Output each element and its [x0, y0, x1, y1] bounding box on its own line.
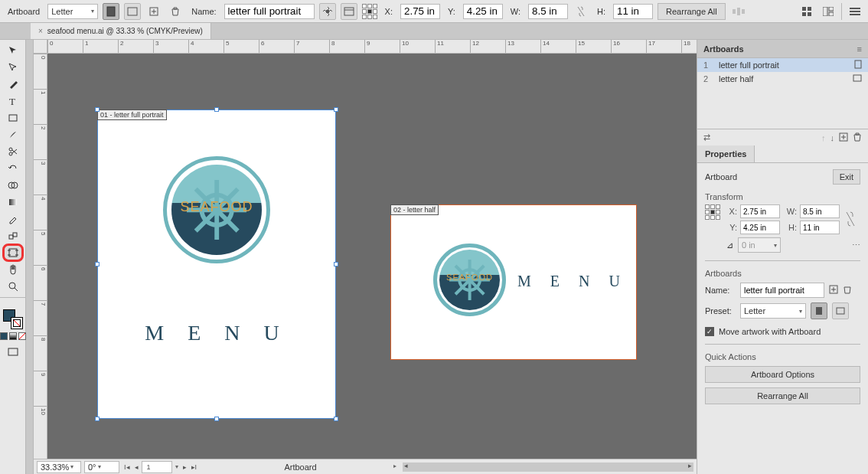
nav-first-icon[interactable]: I◂ — [122, 463, 132, 471]
new-artboard-icon[interactable] — [839, 132, 848, 143]
more-options-icon[interactable]: ⋯ — [852, 240, 860, 250]
direct-selection-tool[interactable] — [4, 60, 22, 75]
y-input[interactable] — [463, 4, 503, 19]
tab-properties[interactable]: Properties — [697, 145, 755, 162]
chevron-down-icon[interactable]: ▾ — [174, 463, 180, 470]
portrait-icon[interactable] — [854, 60, 862, 70]
artboards-panel-header[interactable]: Artboards ≡ — [697, 40, 868, 58]
artboard-list-row[interactable]: 1 letter full portrait — [697, 58, 868, 72]
selection-tool[interactable] — [4, 43, 22, 58]
w-input[interactable] — [528, 4, 568, 19]
orientation-portrait-button[interactable] — [103, 3, 119, 20]
orientation-portrait-button[interactable] — [811, 302, 827, 319]
artboard-tool[interactable] — [4, 245, 22, 260]
delete-artboard-button[interactable] — [167, 3, 184, 20]
handle[interactable] — [334, 417, 338, 421]
rotate-tool[interactable] — [4, 161, 22, 176]
prop-x-input[interactable] — [740, 204, 780, 218]
rectangle-tool[interactable] — [4, 110, 22, 126]
move-up-icon[interactable]: ↑ — [821, 133, 826, 142]
nav-next-icon[interactable]: ▸ — [181, 463, 188, 471]
handle[interactable] — [214, 417, 219, 421]
gradient-tool[interactable] — [4, 195, 22, 210]
handle[interactable] — [334, 262, 338, 266]
trash-icon[interactable] — [853, 132, 862, 143]
panel-menu-icon[interactable] — [847, 3, 863, 20]
color-mode-gradient[interactable] — [9, 332, 17, 340]
paintbrush-tool[interactable] — [4, 127, 22, 142]
scroll-right-icon[interactable]: ▸ — [688, 462, 692, 469]
document-tab[interactable]: × seafood menu.ai @ 33.33 % (CMYK/Previe… — [31, 23, 211, 39]
scroll-left-icon[interactable]: ◂ — [404, 462, 408, 469]
orientation-landscape-button[interactable] — [124, 3, 141, 20]
move-artwork-checkbox[interactable]: ✓ Move artwork with Artboard — [705, 327, 860, 336]
arrange-docs-button[interactable] — [820, 3, 837, 20]
color-mode-none[interactable] — [18, 332, 26, 340]
preset-dropdown[interactable]: Letter ▾ — [47, 4, 98, 19]
h-input[interactable] — [613, 4, 653, 19]
stroke-swatch[interactable] — [11, 317, 23, 329]
artboard-name-input[interactable] — [224, 4, 315, 19]
orientation-landscape-button[interactable] — [832, 302, 849, 319]
rearrange-all-button[interactable]: Rearrange All — [658, 3, 726, 20]
shape-builder-tool[interactable] — [4, 178, 22, 193]
prop-w-input[interactable] — [800, 204, 840, 218]
zoom-tool[interactable] — [4, 279, 22, 294]
scrollbar-horizontal[interactable]: ◂ ▸ — [403, 463, 693, 472]
artboard-number-input[interactable]: 1 — [142, 461, 172, 473]
prop-preset-dropdown[interactable]: Letter▾ — [740, 303, 806, 319]
prop-h-input[interactable] — [800, 221, 840, 234]
rearrange-all-button[interactable]: Rearrange All — [705, 387, 860, 404]
trash-icon[interactable] — [843, 285, 852, 296]
ruler-vertical[interactable]: 012345678910 — [34, 54, 47, 459]
link-wh-toggle[interactable] — [573, 3, 589, 20]
viewport[interactable]: 01 - letter full portrait — [47, 54, 697, 459]
panel-menu-icon[interactable]: ≡ — [857, 44, 862, 54]
artboard-2[interactable]: 02 - letter half SEAFOOD M E N U — [391, 205, 636, 359]
reference-point-grid[interactable] — [705, 204, 720, 220]
hand-tool[interactable] — [4, 262, 22, 277]
handle[interactable] — [214, 107, 219, 112]
artboard-options-button[interactable]: Artboard Options — [705, 366, 860, 383]
prop-name-input[interactable] — [740, 283, 824, 298]
prop-y-input[interactable] — [740, 221, 780, 234]
eyedropper-tool[interactable] — [4, 211, 22, 227]
close-tab-icon[interactable]: × — [38, 27, 43, 35]
color-mode-solid[interactable] — [0, 332, 8, 340]
scissors-tool[interactable] — [4, 144, 22, 159]
reference-point-grid[interactable] — [362, 4, 377, 19]
new-artboard-icon[interactable] — [829, 285, 838, 296]
handle[interactable] — [334, 107, 338, 112]
exit-button[interactable]: Exit — [833, 169, 860, 185]
move-with-art-toggle[interactable] — [319, 3, 336, 20]
artboard-list-row[interactable]: 2 letter half — [697, 72, 868, 86]
status-info[interactable]: Artboard ▸ — [201, 463, 400, 472]
ruler-horizontal[interactable]: 0123456789101112131415161718 — [47, 40, 697, 54]
new-artboard-button[interactable] — [145, 3, 162, 20]
edit-toolbar-strip[interactable] — [26, 40, 34, 474]
grid-view-button[interactable] — [798, 3, 815, 20]
fill-stroke-swatches[interactable] — [3, 309, 23, 329]
blend-tool[interactable] — [4, 228, 22, 244]
nav-prev-icon[interactable]: ◂ — [133, 463, 140, 471]
angle-dropdown[interactable]: 0 in▾ — [738, 237, 781, 253]
align-artboards-button[interactable] — [730, 3, 747, 20]
landscape-icon[interactable] — [853, 74, 862, 83]
handle[interactable] — [95, 107, 100, 112]
ruler-origin[interactable] — [34, 40, 47, 54]
nav-last-icon[interactable]: ▸I — [190, 463, 199, 471]
reorder-icon[interactable]: ⇄ — [703, 132, 710, 142]
constrain-proportions-icon[interactable] — [846, 211, 855, 229]
type-tool[interactable]: T — [4, 93, 22, 109]
pen-tool[interactable] — [4, 77, 22, 92]
rotate-view-dropdown[interactable]: 0°▾ — [84, 461, 119, 473]
handle[interactable] — [95, 262, 100, 266]
artboard-1[interactable]: 01 - letter full portrait — [98, 110, 335, 418]
artboard-options-button[interactable] — [341, 3, 357, 20]
move-down-icon[interactable]: ↓ — [830, 133, 835, 142]
screen-mode-button[interactable] — [4, 345, 22, 360]
x-input[interactable] — [400, 4, 440, 19]
handle[interactable] — [95, 417, 100, 421]
app-root: Artboard Letter ▾ Name: X: — [0, 0, 868, 474]
zoom-dropdown[interactable]: 33.33%▾ — [37, 461, 81, 473]
